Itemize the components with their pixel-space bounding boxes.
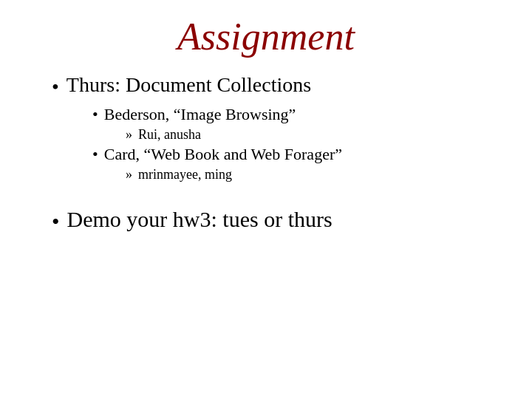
item-text: Demo your hw3: tues or thurs [67, 207, 332, 232]
slide: Assignment • Thurs: Document Collections… [0, 0, 532, 399]
bullet-marker: » [126, 167, 132, 183]
bullet-marker: • [52, 75, 59, 99]
slide-content: • Thurs: Document Collections • Bederson… [37, 73, 495, 240]
section-spacer [52, 185, 495, 207]
item-text: Thurs: Document Collections [66, 73, 311, 97]
bullet-marker: • [52, 209, 60, 234]
item-text: mrinmayee, ming [138, 167, 232, 183]
bullet-marker: • [92, 105, 98, 124]
bullet-marker: • [92, 145, 98, 164]
list-item: » Rui, anusha [126, 127, 495, 143]
item-text: Bederson, “Image Browsing” [104, 105, 296, 124]
list-item: • Card, “Web Book and Web Forager” [92, 145, 495, 164]
list-item: • Thurs: Document Collections [52, 73, 495, 99]
slide-title: Assignment [37, 15, 495, 58]
item-text: Card, “Web Book and Web Forager” [104, 145, 342, 164]
list-item: • Demo your hw3: tues or thurs [52, 207, 495, 234]
item-text: Rui, anusha [138, 127, 201, 143]
list-item: » mrinmayee, ming [126, 167, 495, 183]
list-item: • Bederson, “Image Browsing” [92, 105, 495, 124]
bullet-marker: » [126, 127, 132, 143]
